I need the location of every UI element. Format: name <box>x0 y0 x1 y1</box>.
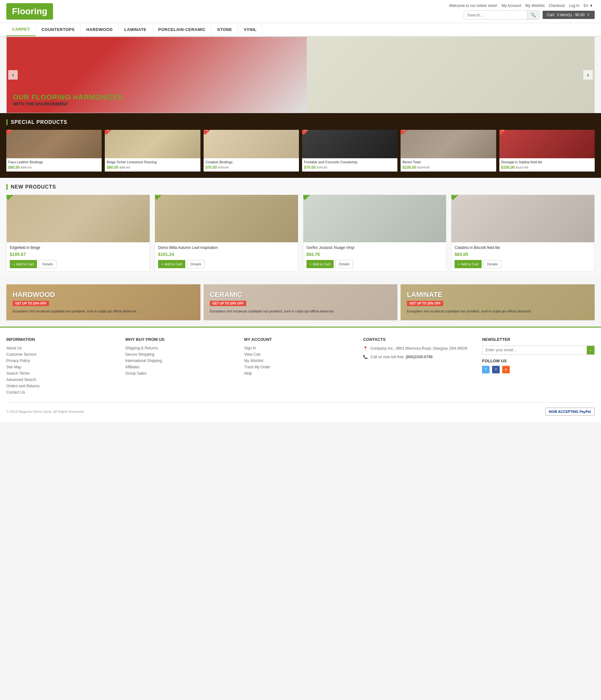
new-badge-3: NEW <box>303 195 316 200</box>
footer-search-terms-link[interactable]: Search Terms <box>6 371 30 376</box>
search-button[interactable]: 🔍 <box>527 11 539 19</box>
details-3[interactable]: Details <box>336 260 353 268</box>
footer-information: INFORMATION About Us Customer Service Pr… <box>6 337 119 396</box>
footer-sign-in-link[interactable]: Sign In <box>244 346 256 350</box>
special-product-1-image[interactable]: SALE <box>6 130 102 158</box>
promo-laminate[interactable]: LAMINATE GET UP TO 20% OFF Excepteur sin… <box>400 284 595 320</box>
paypal-badge: NOW ACCEPTING PayPal <box>545 407 595 416</box>
hero-sub-text: WITH THE ENVIRONMENT <box>13 101 300 106</box>
footer-contact-link[interactable]: Contact Us <box>6 390 25 395</box>
footer-view-cart-link[interactable]: View Cart <box>244 352 261 357</box>
hero-next-button[interactable]: › <box>583 70 593 80</box>
welcome-text: Welcome to our online store! <box>449 3 497 8</box>
special-product-6-name: Donegal in Sabbia field tile <box>501 160 593 164</box>
special-product-4-image[interactable]: SALE <box>302 130 397 158</box>
special-product-3-name: Creative Bindings <box>206 160 297 164</box>
footer-international-link[interactable]: International Shipping <box>125 358 162 363</box>
footer: INFORMATION About Us Customer Service Pr… <box>0 327 601 422</box>
promo-ceramic[interactable]: CERAMIC GET UP TO 20% OFF Excepteur sint… <box>204 284 398 320</box>
special-product-6-image[interactable]: SALE <box>499 130 595 158</box>
price-old-4: $75.32 <box>317 166 327 169</box>
footer-about-link[interactable]: About Us <box>6 346 22 350</box>
footer-help-link[interactable]: Help <box>244 371 252 376</box>
nav-item-porcelain[interactable]: PORCELAIN-CERAMIC <box>153 23 211 36</box>
my-wishlist-link[interactable]: My Wishlist <box>525 3 545 8</box>
special-product-5-image[interactable]: SALE <box>400 130 496 158</box>
promo-hardwood[interactable]: HARDWOOD GET UP TO 20% OFF Excepteur sin… <box>6 284 201 320</box>
special-product-3-image[interactable]: SALE <box>204 130 299 158</box>
details-1[interactable]: Details <box>39 260 56 268</box>
new-product-4-name: Calabria in Biscotti field tile <box>454 246 591 250</box>
special-product-2-image[interactable]: SALE <box>105 130 200 158</box>
price-new-4: $70.00 <box>304 165 316 170</box>
special-products-title: SPECIAL PRODUCTS <box>6 119 595 125</box>
footer-group-sales-link[interactable]: Group Sales <box>125 371 147 376</box>
new-product-3-image[interactable]: NEW <box>303 195 446 242</box>
promo-hardwood-badge: GET UP TO 20% OFF <box>12 301 49 306</box>
add-to-cart-2[interactable]: + Add to Cart <box>158 260 185 268</box>
phone-icon: 📞 <box>363 355 368 359</box>
price-old-5: $104.65 <box>417 166 430 169</box>
special-product-5-price: $100.00 $104.65 <box>402 165 494 170</box>
checkout-link[interactable]: Checkout <box>549 3 565 8</box>
footer-customer-service-link[interactable]: Customer Service <box>6 352 36 357</box>
footer-shipping-link[interactable]: Shipping & Returns <box>125 346 158 350</box>
new-product-4: NEW Calabria in Biscotti field tile $83.… <box>451 195 595 272</box>
header-links: Welcome to our online store! My Account … <box>448 3 595 8</box>
new-product-4-actions: + Add to Cart Details <box>454 260 591 268</box>
cart-button[interactable]: Cart: 0 item(s) - $0.00 ▼ <box>543 11 595 19</box>
footer-affiliates-link[interactable]: Affiliates <box>125 365 139 369</box>
twitter-icon[interactable]: T <box>482 366 490 373</box>
add-to-cart-1[interactable]: + Add to Cart <box>10 260 37 268</box>
newsletter-submit-button[interactable]: › <box>587 346 594 354</box>
footer-why-buy-title: WHY BUY FROM US <box>125 337 238 342</box>
footer-wishlist-link[interactable]: My Wishlist <box>244 358 264 363</box>
footer-my-account-title: MY ACCOUNT <box>244 337 357 342</box>
hero-main-text: OUR FLOORING HARMONIZES <box>13 93 300 101</box>
nav-item-vynil[interactable]: VYNIL <box>238 23 263 36</box>
main-nav: CARPET COUNTERTOPS HARDWOOD LAMINATE POR… <box>0 23 601 36</box>
nav-item-stone[interactable]: STONE <box>211 23 238 36</box>
nav-item-countertops[interactable]: COUNTERTOPS <box>36 23 80 36</box>
special-product-3-price: $70.00 $75.64 <box>206 165 297 170</box>
nav-item-carpet[interactable]: CARPET <box>6 23 36 36</box>
new-product-1-image[interactable]: NEW <box>7 195 150 242</box>
hero-image-left: OUR FLOORING HARMONIZES WITH THE ENVIRON… <box>7 37 307 113</box>
login-link[interactable]: Log In <box>569 3 579 8</box>
promo-banners: HARDWOOD GET UP TO 20% OFF Excepteur sin… <box>6 284 595 320</box>
follow-us: FOLLOW US T f ✦ <box>482 358 595 373</box>
new-product-3-price: $92.76 <box>307 252 443 257</box>
footer-track-order-link[interactable]: Track My Order <box>244 365 270 369</box>
special-product-6: SALE Donegal in Sabbia field tile $100.0… <box>499 130 595 172</box>
footer-orders-returns-link[interactable]: Orders and Returns <box>6 384 40 388</box>
rss-icon[interactable]: ✦ <box>502 366 510 373</box>
hero-prev-button[interactable]: ‹ <box>8 70 18 80</box>
new-product-4-image[interactable]: NEW <box>451 195 594 242</box>
search-input[interactable] <box>464 11 527 19</box>
new-product-2-image[interactable]: NEW <box>155 195 298 242</box>
footer-site-map-link[interactable]: Site Map <box>6 365 21 369</box>
footer-privacy-link[interactable]: Privacy Policy <box>6 358 30 363</box>
hero-banner: ‹ OUR FLOORING HARMONIZES WITH THE ENVIR… <box>6 36 595 113</box>
logo[interactable]: Flooring <box>6 3 53 20</box>
footer-secure-shopping-link[interactable]: Secure Shopping <box>125 352 154 357</box>
new-product-3-actions: + Add to Cart Details <box>307 260 443 268</box>
my-account-link[interactable]: My Account <box>502 3 521 8</box>
nav-item-hardwood[interactable]: HARDWOOD <box>80 23 119 36</box>
add-to-cart-3[interactable]: + Add to Cart <box>307 260 334 268</box>
lang-selector[interactable]: En ▼ <box>584 3 593 8</box>
price-old-6: $112.45 <box>516 166 528 169</box>
add-to-cart-4[interactable]: + Add to Cart <box>454 260 482 268</box>
details-2[interactable]: Details <box>187 260 205 268</box>
special-products-section: SPECIAL PRODUCTS SALE Faux Leather Bindi… <box>0 113 601 178</box>
new-product-1-name: Edgefield in Beige <box>10 246 147 250</box>
special-product-2-info: Beige Ocher Limestone Flooring $80.00 $8… <box>105 158 200 172</box>
nav-item-laminate[interactable]: LAMINATE <box>119 23 153 36</box>
newsletter-email-input[interactable] <box>482 346 586 354</box>
details-4[interactable]: Details <box>484 260 501 268</box>
new-product-3: NEW Gerflor Jurassic Nuage Vinyl $92.76 … <box>303 195 447 272</box>
facebook-icon[interactable]: f <box>492 366 500 373</box>
footer-advanced-search-link[interactable]: Advanced Search <box>6 377 36 382</box>
price-new-1: $80.00 <box>8 165 20 170</box>
sale-badge-4: SALE <box>302 130 315 135</box>
